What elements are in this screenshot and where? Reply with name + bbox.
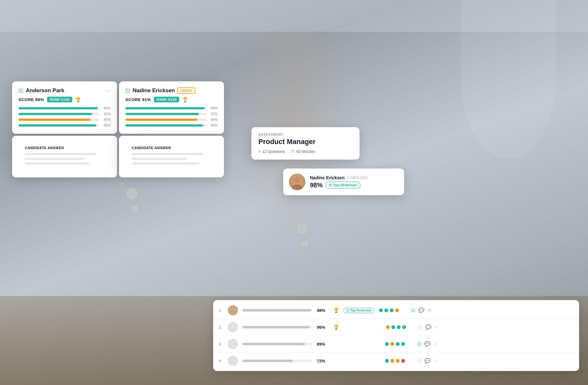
nadine-progress-bar-4: 96% — [125, 123, 218, 127]
bookmark-action-2[interactable]: ⊡ — [418, 324, 422, 330]
bookmark-action-4[interactable]: ⊡ — [417, 358, 421, 364]
chat-action-2[interactable]: 💬 — [425, 324, 431, 330]
answer-line-3 — [25, 162, 90, 165]
anderson-score: SCORE 98% — [18, 97, 44, 102]
lb-dots-2 — [386, 325, 409, 329]
notification-card[interactable]: Nadine Ericksen 2 DAYS AGO 98% ⊙ Top Per… — [283, 168, 404, 195]
nadine-progress-bar-2: 91% — [125, 112, 218, 116]
nadine-score: SCORE 91% — [125, 97, 151, 102]
dot-2-4 — [402, 325, 406, 329]
check-action-3[interactable]: ✓ — [434, 341, 438, 347]
time-meta: ⏱ 60 Minutes — [290, 149, 315, 154]
dot-1-1 — [379, 308, 383, 312]
lb-dots-3 — [385, 342, 408, 346]
bookmark-action-1[interactable]: ⊡ — [411, 307, 415, 313]
nadine-answer-label: CANDIDATE ANSWER — [132, 146, 211, 150]
lb-bar-1 — [242, 309, 312, 312]
progress-bar-1: 98% — [18, 106, 111, 110]
check-action-1[interactable]: ✓ — [428, 307, 432, 313]
dot-4-4 — [401, 359, 405, 363]
assessment-title: Product Manager — [258, 138, 353, 146]
dot-1-2 — [384, 308, 388, 312]
dot-3-2 — [390, 342, 394, 346]
lb-top-performer-1: ⊙ Top Performer — [343, 308, 374, 313]
lb-row-4[interactable]: 4 72% ⊡ 💬 ✓ — [213, 353, 579, 369]
hired-badge: HIRED — [177, 87, 195, 94]
questions-meta: ≡ 12 Questions — [258, 149, 285, 154]
connector-circle-2 — [130, 204, 139, 213]
dot-1-3 — [390, 308, 394, 312]
lb-rank-1: 1 — [219, 308, 223, 313]
bookmark-action-3[interactable]: ⊡ — [417, 341, 421, 347]
time-icon: ⏱ — [290, 149, 295, 154]
lb-avatar-1 — [228, 305, 238, 315]
dot-3-3 — [396, 342, 400, 346]
progress-bar-2: 91% — [18, 112, 111, 116]
nadine-answer-line-2 — [132, 158, 187, 160]
notif-content: Nadine Ericksen 2 DAYS AGO 98% ⊙ Top Per… — [310, 175, 398, 189]
chat-action-3[interactable]: 💬 — [424, 341, 430, 347]
nadine-ericksen-card[interactable]: ⊡ Nadine Ericksen HIRED SCORE 91% RANK 4… — [119, 81, 224, 134]
anderson-park-card[interactable]: ⊡ Anderson Park ··· SCORE 98% RANK 1/125… — [12, 81, 117, 134]
lb-pct-1: 98% — [317, 308, 329, 313]
candidate-cards-area: ⊡ Anderson Park ··· SCORE 98% RANK 1/125… — [12, 81, 224, 177]
lb-row-2[interactable]: 2 96% 🏆 ⊡ 💬 ✓ — [213, 319, 579, 336]
lb-row-1[interactable]: 1 98% 🏆 ⊙ Top Performer ⊡ 💬 ✓ — [213, 302, 579, 319]
trophy-icon: 🏆 — [75, 97, 81, 102]
nadine-answer-card: CANDIDATE ANSWER — [119, 136, 224, 177]
dot-4-3 — [396, 359, 400, 363]
top-performer-badge: ⊙ Top Performer — [325, 182, 360, 189]
dot-4-1 — [385, 359, 389, 363]
check-action-2[interactable]: ✓ — [435, 324, 439, 330]
nadine-answer-line-1 — [132, 153, 203, 155]
check-circle-icon: ⊙ — [329, 183, 332, 187]
lb-actions-4[interactable]: ⊡ 💬 ✓ — [412, 358, 438, 364]
assessment-label: ASSESSMENT — [258, 133, 353, 136]
lb-trophy-2: 🏆 — [333, 325, 339, 330]
connector-circle-1 — [126, 188, 138, 200]
dot-2-1 — [386, 325, 390, 329]
trophy-icon-nadine: 🏆 — [182, 97, 188, 102]
lb-avatar-2 — [228, 322, 238, 332]
lb-actions-1[interactable]: ⊡ 💬 ✓ — [406, 307, 432, 313]
chat-action-4[interactable]: 💬 — [424, 358, 430, 364]
bookmark-icon: ⊡ — [18, 87, 23, 94]
nadine-progress-bar-3: 89% — [125, 118, 218, 121]
lb-rank-3: 3 — [219, 342, 223, 347]
lb-avatar-3 — [228, 339, 238, 349]
lb-bar-3 — [242, 343, 312, 345]
progress-bar-4: 96% — [18, 123, 111, 127]
connector-circle-4 — [301, 239, 310, 248]
lb-rank-4: 4 — [219, 359, 223, 363]
connector-circle-3 — [296, 223, 309, 235]
top-performer-check-icon: ⊙ — [346, 309, 349, 312]
lb-pct-3: 89% — [317, 342, 329, 347]
lb-dots-1 — [379, 308, 402, 312]
svg-point-0 — [294, 177, 300, 183]
chat-action-1[interactable]: 💬 — [418, 307, 424, 313]
svg-point-1 — [292, 184, 302, 190]
notif-avatar — [289, 174, 305, 190]
questions-icon: ≡ — [258, 149, 261, 154]
nadine-rank: RANK 4/125 — [154, 97, 179, 102]
dot-3-4 — [401, 342, 405, 346]
nadine-answer-line-3 — [132, 162, 200, 165]
dot-3-1 — [385, 342, 389, 346]
lb-dots-4 — [385, 359, 408, 363]
dot-2-3 — [397, 325, 401, 329]
progress-bar-3: 89% — [18, 118, 111, 121]
lb-actions-2[interactable]: ⊡ 💬 ✓ — [413, 324, 439, 330]
anderson-answer-card: CANDIDATE ANSWER — [12, 136, 117, 177]
lb-actions-3[interactable]: ⊡ 💬 ✓ — [412, 341, 438, 347]
lb-pct-2: 96% — [317, 325, 329, 330]
answer-line-2 — [25, 158, 85, 160]
lb-bar-2 — [242, 326, 312, 328]
lb-row-3[interactable]: 3 89% ⊡ 💬 ✓ — [213, 336, 579, 353]
lb-pct-4: 72% — [317, 359, 329, 363]
check-action-4[interactable]: ✓ — [434, 358, 438, 364]
assessment-card[interactable]: ASSESSMENT Product Manager ≡ 12 Question… — [251, 127, 360, 160]
dot-1-4 — [395, 308, 399, 312]
more-options-icon[interactable]: ··· — [106, 87, 111, 94]
anderson-answer-label: CANDIDATE ANSWER — [25, 146, 104, 150]
leaderboard-card: 1 98% 🏆 ⊙ Top Performer ⊡ 💬 ✓ 2 96% — [213, 300, 579, 371]
